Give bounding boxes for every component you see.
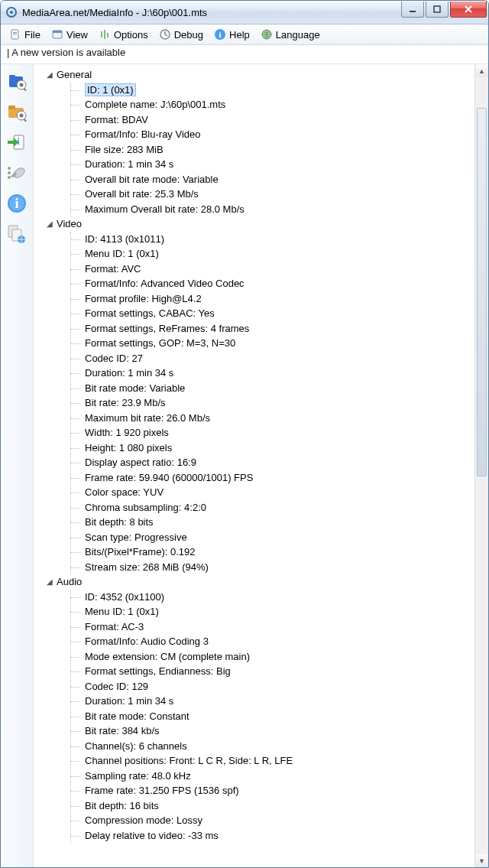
tree-item-text: Format/Info: Audio Coding 3 — [85, 636, 209, 647]
tree-item-text: Width: 1 920 pixels — [85, 427, 169, 438]
tree-item[interactable]: Complete name: J:\60p\001.mts — [71, 97, 474, 112]
file-icon — [9, 28, 21, 41]
debug-icon — [159, 28, 171, 41]
tree-item[interactable]: Channel(s): 6 channels — [71, 739, 474, 754]
tree-item[interactable]: Menu ID: 1 (0x1) — [71, 604, 474, 619]
tree-item-text: Frame rate: 31.250 FPS (1536 spf) — [85, 785, 239, 796]
menu-language[interactable]: Language — [257, 27, 324, 42]
tree-item[interactable]: Duration: 1 min 34 s — [71, 157, 474, 172]
tree-item[interactable]: Format profile: High@L4.2 — [71, 291, 474, 307]
tree-item[interactable]: Frame rate: 59.940 (60000/1001) FPS — [71, 470, 474, 486]
tree-group-header[interactable]: ◢Audio — [46, 574, 474, 590]
tree-item[interactable]: Bit rate: 384 kb/s — [71, 723, 474, 739]
tree-item[interactable]: Scan type: Progressive — [71, 530, 474, 545]
tree-item[interactable]: Overall bit rate: 25.3 Mb/s — [71, 187, 474, 202]
tree-item[interactable]: Frame rate: 31.250 FPS (1536 spf) — [71, 783, 474, 798]
tree-item[interactable]: Bit rate: 23.9 Mb/s — [71, 395, 474, 411]
update-notice[interactable]: | A new version is available — [1, 45, 488, 64]
window-buttons — [400, 2, 487, 18]
tree-item[interactable]: Height: 1 080 pixels — [71, 441, 474, 456]
vertical-scrollbar[interactable]: ▲ ▼ — [474, 64, 488, 867]
collapse-icon[interactable]: ◢ — [46, 218, 53, 229]
collapse-icon[interactable]: ◢ — [46, 576, 53, 587]
tree-item[interactable]: Compression mode: Lossy — [71, 813, 474, 828]
scroll-track[interactable] — [475, 77, 488, 854]
tree-item[interactable]: Duration: 1 min 34 s — [71, 366, 474, 381]
tree-item[interactable]: Menu ID: 1 (0x1) — [71, 246, 474, 262]
menu-debug[interactable]: Debug — [155, 27, 207, 42]
tree-item[interactable]: Maximum Overall bit rate: 28.0 Mb/s — [71, 202, 474, 217]
tree-item[interactable]: ID: 4352 (0x1100) — [71, 590, 474, 605]
tree-item[interactable]: Format: AVC — [71, 262, 474, 277]
titlebar[interactable]: MediaArea.net/MediaInfo - J:\60p\001.mts — [1, 1, 488, 24]
collapse-icon[interactable]: ◢ — [46, 69, 53, 80]
tree-item[interactable]: Format settings, ReFrames: 4 frames — [71, 321, 474, 336]
tree-item[interactable]: Codec ID: 27 — [71, 351, 474, 366]
tree-item[interactable]: Stream size: 268 MiB (94%) — [71, 560, 474, 575]
tree-item-text: Overall bit rate mode: Variable — [85, 174, 219, 185]
tree-item[interactable]: Color space: YUV — [71, 485, 474, 500]
tree-item[interactable]: Format/Info: Blu-ray Video — [71, 127, 474, 142]
tree-item[interactable]: Bit depth: 8 bits — [71, 515, 474, 530]
tree-item[interactable]: File size: 283 MiB — [71, 142, 474, 158]
sidebar-website[interactable] — [5, 222, 29, 246]
scroll-thumb[interactable] — [477, 108, 487, 476]
tree-item-text: Format: BDAV — [85, 114, 148, 125]
tree-item-text: Complete name: J:\60p\001.mts — [85, 99, 225, 110]
tree-item-text: Bit rate: 23.9 Mb/s — [85, 397, 166, 408]
menu-help[interactable]: i Help — [210, 27, 254, 42]
tree-item[interactable]: Codec ID: 129 — [71, 679, 474, 694]
tree-item[interactable]: Format: BDAV — [71, 112, 474, 128]
tree-item[interactable]: Format settings, GOP: M=3, N=30 — [71, 336, 474, 351]
tree-group-label: Audio — [57, 574, 82, 590]
tree-item[interactable]: Duration: 1 min 34 s — [71, 694, 474, 709]
minimize-button[interactable] — [401, 2, 424, 18]
tree-item[interactable]: Channel positions: Front: L C R, Side: L… — [71, 753, 474, 769]
tree-item[interactable]: Format: AC-3 — [71, 619, 474, 635]
tree-item[interactable]: Maximum bit rate: 26.0 Mb/s — [71, 411, 474, 426]
tree-item-text: ID: 4113 (0x1011) — [85, 233, 164, 245]
content-area: ◢GeneralID: 1 (0x1)Complete name: J:\60p… — [34, 64, 488, 867]
sidebar-preferences[interactable] — [5, 161, 29, 185]
tree-item[interactable]: Bit rate mode: Constant — [71, 709, 474, 724]
sidebar-export[interactable]: i — [5, 130, 29, 154]
tree-item-text: Format/Info: Advanced Video Codec — [85, 278, 244, 289]
tree-item[interactable]: Sampling rate: 48.0 kHz — [71, 769, 474, 784]
svg-rect-10 — [104, 30, 105, 39]
tree-item[interactable]: Format settings, Endianness: Big — [71, 664, 474, 679]
tree-item[interactable]: ID: 1 (0x1) — [71, 83, 474, 98]
close-button[interactable] — [450, 2, 487, 18]
menu-view[interactable]: View — [47, 27, 92, 42]
maximize-button[interactable] — [426, 2, 449, 18]
tree-item[interactable]: Width: 1 920 pixels — [71, 425, 474, 441]
svg-point-19 — [20, 83, 24, 87]
tree-item[interactable]: Format/Info: Audio Coding 3 — [71, 634, 474, 649]
scroll-up-arrow[interactable]: ▲ — [476, 64, 487, 77]
sidebar-open-file[interactable] — [5, 69, 29, 93]
tree-group-header[interactable]: ◢General — [46, 67, 474, 83]
tree-item[interactable]: Bit rate mode: Variable — [71, 381, 474, 396]
body: i i ◢GeneralID: 1 (0x1)Complete name: J:… — [1, 64, 488, 867]
sidebar-open-folder[interactable] — [5, 99, 29, 124]
tree-group-header[interactable]: ◢Video — [46, 216, 474, 232]
tree-item[interactable]: ID: 4113 (0x1011) — [71, 232, 474, 247]
svg-rect-6 — [13, 34, 17, 34]
tree-item[interactable]: Delay relative to video: -33 ms — [71, 828, 474, 844]
tree-item[interactable]: Format settings, CABAC: Yes — [71, 306, 474, 321]
tree-item[interactable]: Bit depth: 16 bits — [71, 798, 474, 814]
tree-item[interactable]: Chroma subsampling: 4:2:0 — [71, 500, 474, 515]
tree-item[interactable]: Format/Info: Advanced Video Codec — [71, 276, 474, 291]
scroll-down-arrow[interactable]: ▼ — [476, 854, 487, 867]
tree-item[interactable]: Overall bit rate mode: Variable — [71, 172, 474, 187]
menu-file[interactable]: File — [5, 27, 44, 42]
sidebar-about[interactable]: i — [5, 191, 29, 216]
tree-item[interactable]: Display aspect ratio: 16:9 — [71, 455, 474, 470]
svg-point-29 — [8, 171, 11, 174]
property-tree[interactable]: ◢GeneralID: 1 (0x1)Complete name: J:\60p… — [37, 67, 474, 864]
tree-item-text: Overall bit rate: 25.3 Mb/s — [85, 188, 199, 200]
tree-item-text: Color space: YUV — [85, 486, 164, 498]
tree-item-text: Maximum bit rate: 26.0 Mb/s — [85, 412, 210, 424]
tree-item[interactable]: Bits/(Pixel*Frame): 0.192 — [71, 545, 474, 560]
tree-item[interactable]: Mode extension: CM (complete main) — [71, 649, 474, 665]
menu-options[interactable]: Options — [95, 27, 152, 42]
